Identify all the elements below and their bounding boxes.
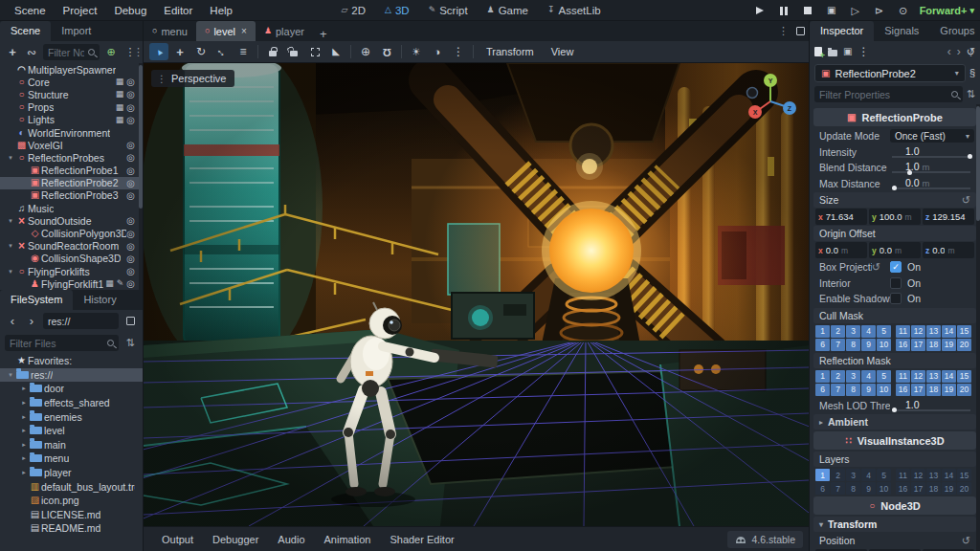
size-y-field[interactable]: y100.0m (869, 209, 921, 225)
instance-scene-button[interactable] (24, 44, 39, 60)
layer-bit[interactable]: 18 (926, 482, 941, 495)
tree-item[interactable]: WorldEnvironment (0, 126, 143, 139)
lock-node-button[interactable] (263, 43, 282, 60)
workspace-script[interactable]: Script (422, 4, 475, 17)
file-item[interactable]: LICENSE.md (0, 508, 143, 522)
cull-mask-bit[interactable]: 19 (942, 339, 956, 351)
scene-tree-scrollbar[interactable] (139, 63, 143, 290)
reflection-mask-bit[interactable]: 1 (815, 370, 830, 383)
origin-y-field[interactable]: y0.0m (869, 242, 921, 258)
visibility-toggle-icon[interactable] (126, 253, 135, 264)
reflection-mask-bit[interactable]: 17 (911, 384, 925, 396)
size-x-field[interactable]: x71.634 (815, 209, 867, 225)
intensity-slider[interactable]: 1.0 (890, 144, 974, 160)
tab-player[interactable]: player (256, 21, 313, 41)
interior-checkbox[interactable] (890, 277, 902, 289)
class-header-visualinstance3d[interactable]: ∷ VisualInstance3D (813, 431, 976, 450)
tree-item[interactable]: ▾ SoundOutside (0, 214, 143, 227)
cull-mask-bit[interactable]: 7 (831, 339, 845, 351)
tree-item[interactable]: Music (0, 202, 143, 214)
dock-tab[interactable]: History (73, 290, 126, 310)
reflection-mask-bit[interactable]: 10 (877, 384, 891, 396)
cull-mask-bit[interactable]: 9 (861, 339, 876, 351)
preview-environment-toggle[interactable] (428, 43, 447, 60)
workspace-assetlib[interactable]: AssetLib (541, 4, 608, 17)
visibility-toggle-icon[interactable] (126, 115, 135, 125)
tree-item[interactable]: ReflectionProbe3 (0, 189, 143, 202)
cull-mask-bit[interactable]: 10 (877, 339, 891, 351)
layer-bit[interactable]: 17 (911, 482, 925, 495)
attach-script-button[interactable] (103, 44, 119, 60)
file-item[interactable]: ▸ menu (0, 452, 143, 466)
tree-item[interactable]: Structure (0, 88, 143, 100)
dock-tab[interactable]: FileSystem (0, 290, 73, 310)
renderer-selector[interactable]: Forward+ ▾ (920, 5, 974, 16)
layer-bit[interactable]: 7 (831, 482, 845, 495)
view-menu[interactable]: View (544, 46, 582, 57)
class-header-node3d[interactable]: Node3D (813, 496, 976, 515)
save-resource-icon[interactable] (843, 47, 852, 56)
move-mode-button[interactable] (170, 43, 189, 60)
reflection-mask-bit[interactable]: 4 (861, 370, 876, 383)
max-distance-slider[interactable]: 0.0m (890, 176, 974, 191)
cull-mask-bit[interactable]: 14 (942, 325, 956, 338)
workspace-3d[interactable]: 3D (378, 4, 416, 17)
cull-mask-bit[interactable]: 17 (911, 339, 925, 351)
new-resource-icon[interactable] (814, 47, 822, 56)
play-custom-scene-button[interactable] (872, 3, 887, 18)
tree-item[interactable]: ReflectionProbe1 (0, 165, 143, 177)
menu-item[interactable]: Scene (8, 3, 53, 18)
tree-item[interactable]: MultiplayerSpawner (0, 63, 143, 76)
cull-mask-bit[interactable]: 15 (957, 325, 971, 338)
expander-icon[interactable]: ▾ (6, 371, 15, 379)
visibility-toggle-icon[interactable] (126, 229, 135, 239)
cull-mask-bit[interactable]: 20 (957, 339, 971, 351)
size-z-field[interactable]: z129.154 (923, 209, 974, 225)
reflection-mask-bit[interactable]: 3 (846, 370, 860, 383)
layer-bit[interactable]: 12 (911, 469, 925, 481)
view-axis-gizmo[interactable]: Y X Z (740, 69, 799, 124)
menu-item[interactable]: Project (56, 3, 104, 18)
bottom-panel-tab[interactable]: Debugger (204, 531, 267, 548)
tree-item[interactable]: ▾ FlyingForklifts (0, 265, 143, 277)
group-badge-icon[interactable] (116, 77, 124, 87)
enable-shadows-checkbox[interactable] (890, 293, 902, 304)
layer-bit[interactable]: 8 (846, 482, 860, 495)
dock-tab[interactable]: Scene (0, 21, 51, 41)
revert-icon[interactable]: ↺ (872, 262, 880, 273)
reflection-mask-bit[interactable]: 7 (831, 384, 845, 396)
reflection-mask-bit[interactable]: 18 (926, 384, 941, 396)
sort-files-button[interactable] (122, 335, 138, 351)
cull-mask-bit[interactable]: 13 (926, 325, 941, 338)
group-badge-icon[interactable] (105, 278, 114, 289)
cull-mask-bit[interactable]: 8 (846, 339, 860, 351)
layer-bit[interactable]: 20 (957, 482, 971, 495)
reflection-mask-bit[interactable]: 12 (911, 370, 925, 383)
resource-options-icon[interactable] (858, 46, 869, 57)
dock-tab[interactable]: Import (51, 21, 101, 41)
cull-mask-bit[interactable]: 6 (815, 339, 830, 351)
box-projection-checkbox[interactable]: ✓ (890, 261, 902, 273)
reflection-mask-bit[interactable]: 5 (877, 370, 891, 383)
menu-item[interactable]: Help (203, 3, 239, 18)
update-mode-dropdown[interactable]: Once (Fast)▾ (890, 129, 974, 143)
new-scene-tab-button[interactable]: + (313, 27, 334, 41)
layer-bit[interactable]: 19 (942, 482, 956, 495)
ambient-section[interactable]: ▸Ambient (813, 414, 976, 430)
select-mode-button[interactable] (149, 43, 168, 60)
class-header-reflectionprobe[interactable]: ReflectionProbe (813, 108, 976, 126)
expander-icon[interactable]: ▸ (19, 469, 29, 476)
cull-mask-bit[interactable]: 11 (896, 325, 910, 338)
history-forward-icon[interactable]: › (957, 45, 961, 58)
preview-sun-toggle[interactable] (407, 43, 426, 60)
stop-button[interactable] (800, 3, 815, 18)
group-badge-icon[interactable] (116, 89, 124, 99)
reflection-mask-bit[interactable]: 6 (815, 384, 830, 396)
visibility-toggle-icon[interactable] (126, 102, 135, 113)
tab-level[interactable]: level × (196, 21, 256, 41)
scale-mode-button[interactable] (212, 43, 232, 60)
reflection-mask-bit[interactable]: 8 (846, 384, 860, 396)
layer-bit[interactable]: 5 (877, 469, 891, 481)
inspector-dock-menu[interactable]: ⋮ (966, 46, 976, 58)
cull-mask-bit[interactable]: 18 (926, 339, 941, 351)
